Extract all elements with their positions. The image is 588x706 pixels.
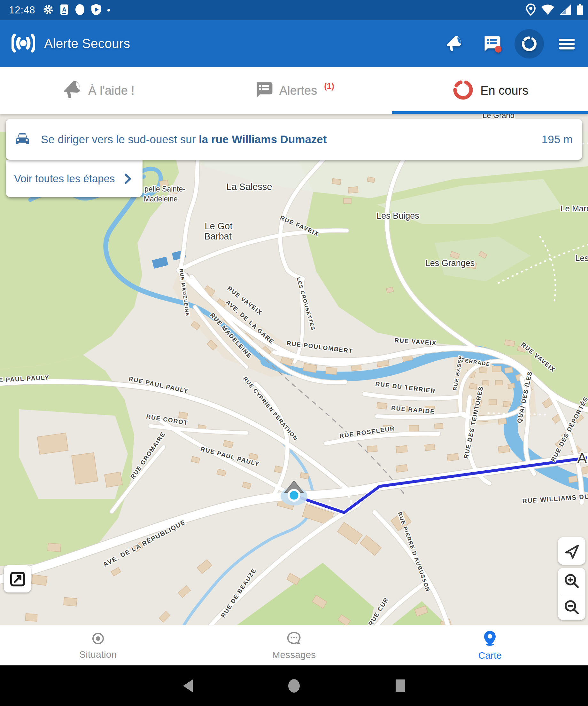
wifi-icon xyxy=(541,4,555,16)
status-time: 12:48 xyxy=(9,4,36,16)
keyboard-app-icon: A xyxy=(60,4,69,16)
instruction-distance: 195 m xyxy=(542,133,573,146)
app-title: Alerte Secours xyxy=(44,36,130,51)
nav-messages-label: Messages xyxy=(272,650,316,660)
place-label: Les xyxy=(575,253,588,263)
status-bar: 12:48 A xyxy=(0,0,588,20)
open-in-new-icon xyxy=(9,571,26,587)
notification-dot-icon xyxy=(107,7,110,13)
place-label: pelle Sainte- xyxy=(144,185,185,193)
steps-label: Voir toutes les étapes xyxy=(14,173,115,185)
place-label: Les Buiges xyxy=(376,211,419,221)
android-navigation-bar xyxy=(0,665,588,706)
nav-item-situation[interactable]: Situation xyxy=(0,625,196,666)
svg-text:A: A xyxy=(62,6,66,13)
situation-icon xyxy=(91,631,106,646)
spinner-tab-icon xyxy=(452,78,474,103)
tab-bar: À l'aide ! Alertes (1) En cours xyxy=(0,67,588,114)
place-label: Barbat xyxy=(204,231,232,241)
tab-en-cours[interactable]: En cours xyxy=(392,67,588,114)
tab-alertes-label: Alertes xyxy=(279,84,317,97)
tab-a-laide-label: À l'aide ! xyxy=(88,84,134,97)
zoom-out-icon xyxy=(563,598,580,616)
chevron-right-icon xyxy=(124,173,132,184)
messages-icon xyxy=(286,631,302,646)
place-label: Les Granges xyxy=(425,258,475,268)
android-recents-button[interactable] xyxy=(369,665,432,706)
place-label: Le Got xyxy=(205,221,232,231)
car-icon xyxy=(14,131,31,147)
tab-alertes-badge: (1) xyxy=(324,81,334,91)
place-label: Au xyxy=(577,450,588,467)
zoom-panel xyxy=(558,568,585,620)
chat-list-tab-icon xyxy=(254,80,274,101)
signal-icon xyxy=(559,4,572,16)
active-tab-underline xyxy=(392,111,588,114)
android-home-button[interactable] xyxy=(262,665,326,706)
nav-situation-label: Situation xyxy=(79,649,117,660)
map-pin-icon xyxy=(483,630,497,647)
bottom-nav: Situation Messages Carte xyxy=(0,625,588,666)
show-all-steps-button[interactable]: Voir toutes les étapes xyxy=(6,160,142,197)
place-label: La Salesse xyxy=(226,182,272,192)
screen: 12:48 A A xyxy=(0,0,588,706)
android-back-button[interactable] xyxy=(156,665,219,706)
tab-en-cours-label: En cours xyxy=(480,84,528,97)
app-bar: Alerte Secours xyxy=(0,20,588,67)
gear-icon xyxy=(42,4,54,16)
battery-icon xyxy=(577,3,584,17)
in-progress-loader-button[interactable] xyxy=(514,29,544,58)
place-label: Le Marc xyxy=(560,204,588,213)
app-logo-icon xyxy=(11,31,35,56)
navigation-instruction-card[interactable]: Se diriger vers le sud-ouest sur la rue … xyxy=(6,119,582,160)
nav-item-messages[interactable]: Messages xyxy=(196,625,392,666)
record-icon xyxy=(75,3,85,17)
zoom-in-icon xyxy=(563,572,580,590)
instruction-text: Se diriger vers le sud-ouest sur la rue … xyxy=(41,133,327,146)
shield-play-icon xyxy=(91,3,101,17)
zoom-out-button[interactable] xyxy=(558,594,585,620)
location-status-icon xyxy=(526,3,536,17)
fullscreen-map-button[interactable] xyxy=(4,565,31,592)
tab-alertes[interactable]: Alertes (1) xyxy=(196,67,392,114)
megaphone-tab-icon xyxy=(61,79,82,102)
nav-item-carte[interactable]: Carte xyxy=(392,625,588,666)
home-icon xyxy=(287,679,301,693)
navigation-arrow-icon xyxy=(563,542,581,560)
instruction-street: la rue Williams Dumazet xyxy=(199,133,327,146)
zoom-in-button[interactable] xyxy=(558,568,585,594)
back-icon xyxy=(182,679,193,693)
tab-a-laide[interactable]: À l'aide ! xyxy=(0,67,196,114)
chat-button[interactable] xyxy=(477,29,506,58)
megaphone-button[interactable] xyxy=(439,29,468,58)
place-label: Madeleine xyxy=(144,195,178,203)
recents-icon xyxy=(395,679,406,693)
nav-carte-label: Carte xyxy=(478,650,502,661)
menu-button[interactable] xyxy=(552,29,582,58)
recenter-compass-button[interactable] xyxy=(558,537,585,565)
